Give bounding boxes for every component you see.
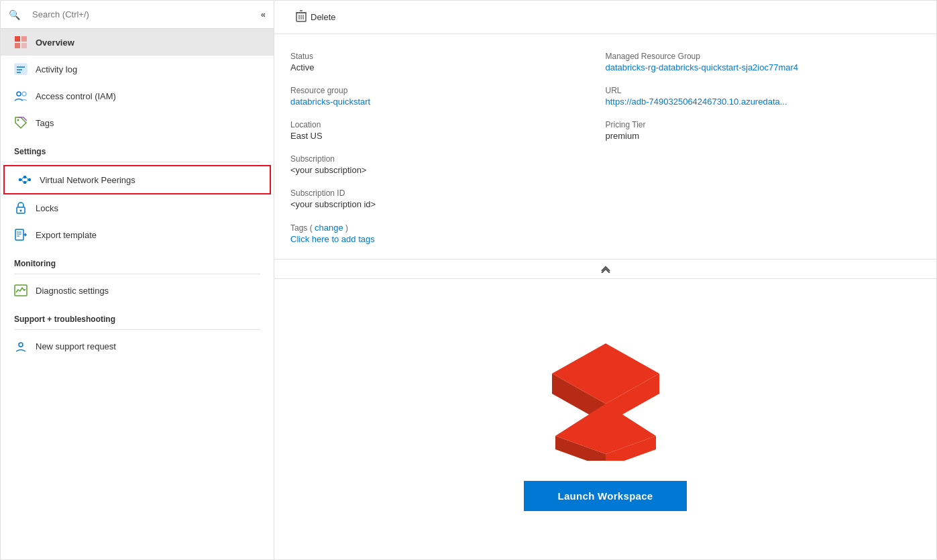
databricks-section: Launch Workspace: [274, 282, 936, 559]
launch-workspace-button[interactable]: Launch Workspace: [524, 481, 686, 511]
delete-button[interactable]: Delete: [288, 6, 344, 28]
support-icon: [14, 339, 27, 353]
iam-icon: [14, 89, 27, 103]
toolbar: Delete: [274, 1, 936, 34]
tags-cell: Tags ( change ) Click here to add tags: [290, 216, 606, 251]
collapse-chevron-btn[interactable]: [274, 259, 936, 279]
sidebar-item-tags[interactable]: Tags: [1, 109, 274, 136]
sidebar-item-overview[interactable]: Overview: [1, 29, 274, 56]
svg-line-15: [21, 177, 23, 180]
diagnostic-icon: [14, 284, 27, 297]
search-icon: 🔍: [9, 9, 20, 20]
sidebar-item-export[interactable]: Export template: [1, 221, 274, 248]
delete-icon: [296, 10, 307, 24]
status-cell: Status Active: [290, 45, 606, 79]
sidebar-item-vnet-peerings[interactable]: Virtual Network Peerings: [3, 165, 271, 194]
settings-divider: [14, 162, 260, 162]
svg-rect-14: [23, 181, 26, 184]
monitoring-divider: [14, 274, 260, 274]
settings-section-label: Settings: [1, 136, 274, 159]
svg-rect-0: [15, 36, 20, 42]
main-content: Delete Status Active Managed Resource Gr…: [274, 1, 936, 559]
sidebar-item-support[interactable]: New support request: [1, 333, 274, 359]
lock-icon: [14, 201, 27, 215]
svg-line-17: [26, 177, 28, 180]
location-cell: Location East US: [290, 113, 606, 148]
subscription-label: Subscription: [290, 154, 606, 164]
launch-workspace-label: Launch Workspace: [557, 490, 653, 502]
svg-point-20: [20, 210, 22, 212]
sidebar-item-label-vnet: Virtual Network Peerings: [40, 175, 135, 185]
subscription-id-value: <your subscription id>: [290, 199, 606, 209]
pricing-value: premium: [606, 131, 921, 141]
svg-rect-2: [21, 36, 27, 42]
sidebar-item-label-activity-log: Activity log: [36, 64, 77, 74]
resource-group-cell: Resource group databricks-quickstart: [290, 79, 606, 113]
sidebar-item-label-iam: Access control (IAM): [36, 91, 116, 101]
delete-label: Delete: [311, 12, 336, 22]
svg-rect-13: [23, 176, 26, 178]
activity-log-icon: [14, 62, 27, 76]
tags-add-link[interactable]: Click here to add tags: [290, 234, 375, 244]
svg-point-26: [19, 343, 23, 347]
collapse-sidebar-icon[interactable]: «: [261, 9, 266, 19]
svg-point-10: [17, 119, 19, 121]
tags-icon: [14, 116, 27, 129]
url-cell: URL https://adb-7490325064246730.10.azur…: [606, 79, 921, 113]
sidebar-item-locks[interactable]: Locks: [1, 194, 274, 221]
sidebar: 🔍 « Overview: [1, 1, 274, 559]
sidebar-item-diagnostic[interactable]: Diagnostic settings: [1, 277, 274, 304]
databricks-logo: [545, 337, 666, 461]
subscription-cell: Subscription <your subscription>: [290, 148, 606, 182]
svg-rect-11: [19, 178, 21, 181]
search-input[interactable]: [25, 6, 256, 23]
svg-line-16: [21, 180, 23, 182]
sidebar-item-label-locks: Locks: [36, 203, 58, 213]
svg-line-18: [26, 180, 28, 182]
subscription-value: <your subscription>: [290, 165, 606, 175]
svg-rect-12: [28, 178, 31, 181]
resource-group-label: Resource group: [290, 86, 606, 95]
vnet-icon: [18, 173, 32, 186]
subscription-id-cell: Subscription ID <your subscription id>: [290, 182, 606, 216]
resource-group-link[interactable]: databricks-quickstart: [290, 97, 370, 107]
managed-rg-link[interactable]: databricks-rg-databricks-quickstart-sja2…: [606, 62, 799, 72]
tags-change-link[interactable]: change: [315, 223, 343, 233]
sidebar-item-label-export: Export template: [36, 230, 97, 240]
export-icon: [14, 228, 27, 241]
url-link[interactable]: https://adb-7490325064246730.10.azuredat…: [606, 97, 787, 107]
pricing-label: Pricing Tier: [606, 120, 921, 129]
monitoring-section-label: Monitoring: [1, 248, 274, 271]
location-label: Location: [290, 120, 606, 129]
tags-label: Tags ( change ): [290, 223, 606, 233]
location-value: East US: [290, 131, 606, 141]
sidebar-item-iam[interactable]: Access control (IAM): [1, 82, 274, 109]
sidebar-item-label-diagnostic: Diagnostic settings: [36, 286, 109, 296]
status-label: Status: [290, 52, 606, 61]
url-label: URL: [606, 86, 921, 95]
sidebar-item-label-support: New support request: [36, 341, 116, 351]
subscription-id-label: Subscription ID: [290, 188, 606, 198]
managed-rg-label: Managed Resource Group: [606, 52, 921, 61]
sidebar-item-activity-log[interactable]: Activity log: [1, 56, 274, 82]
status-value: Active: [290, 62, 606, 72]
svg-point-9: [22, 92, 26, 96]
support-divider: [14, 329, 260, 330]
pricing-cell: Pricing Tier premium: [606, 113, 921, 148]
info-panel: Status Active Managed Resource Group dat…: [274, 34, 936, 256]
overview-icon: [14, 36, 27, 49]
search-bar: 🔍 «: [1, 1, 274, 29]
managed-rg-cell: Managed Resource Group databricks-rg-dat…: [606, 45, 921, 79]
sidebar-item-label-tags: Tags: [36, 118, 54, 128]
support-section-label: Support + troubleshooting: [1, 304, 274, 327]
svg-rect-1: [15, 43, 20, 48]
svg-rect-3: [21, 43, 27, 48]
svg-rect-21: [15, 229, 23, 240]
sidebar-item-label-overview: Overview: [36, 38, 74, 48]
svg-point-8: [17, 92, 21, 96]
